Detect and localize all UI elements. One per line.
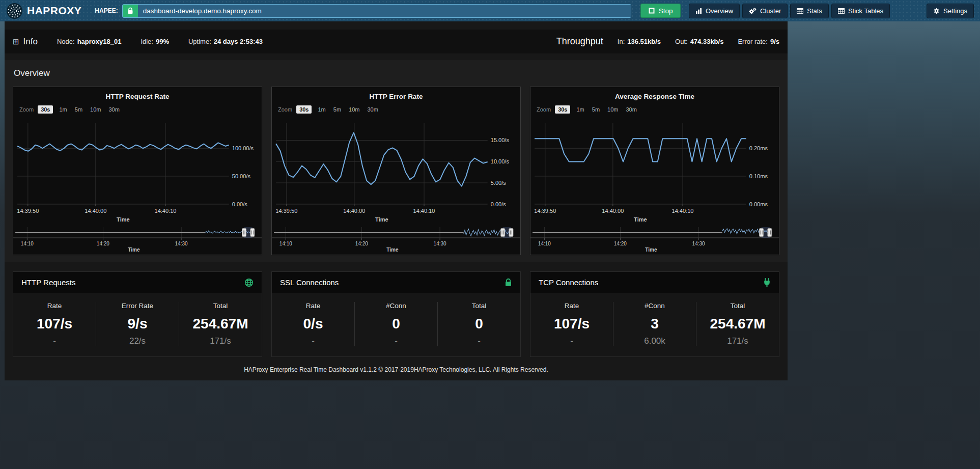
- nav-cluster-button[interactable]: Cluster: [742, 4, 788, 18]
- stat-label: #Conn: [613, 302, 696, 310]
- address-bar: [122, 4, 631, 18]
- zoom-option-10m[interactable]: 10m: [347, 105, 361, 114]
- svg-text:0.00/s: 0.00/s: [491, 201, 507, 207]
- navigator-handle[interactable]: [768, 228, 772, 236]
- card-header: TCP Connections: [530, 272, 779, 293]
- chart-navigator[interactable]: 14:1014:2014:30Time: [530, 226, 779, 252]
- main-chart: 15.00/s10.00/s5.00/s0.00/s14:39:5014:40:…: [272, 116, 520, 225]
- svg-text:14:39:50: 14:39:50: [534, 208, 556, 214]
- zoom-option-1m[interactable]: 1m: [575, 105, 585, 114]
- stat-label: Total: [696, 302, 779, 310]
- content-wrapper: ⊞ Info Node:haproxy18_01 Idle:99% Uptime…: [5, 21, 788, 380]
- chart-panel-http-error-rate: HTTP Error Rate Zoom 30s1m5m10m30m 15.00…: [271, 87, 521, 255]
- stat-column: Total254.67M171/s: [696, 302, 779, 346]
- settings-button[interactable]: Settings: [927, 4, 974, 18]
- svg-text:14:40:10: 14:40:10: [413, 208, 435, 214]
- nav-overview-button[interactable]: Overview: [689, 4, 740, 18]
- chart-navigator[interactable]: 14:1014:2014:30Time: [272, 226, 520, 252]
- gear-icon: [933, 8, 940, 14]
- zoom-option-30s[interactable]: 30s: [38, 105, 53, 114]
- info-label: Info: [23, 37, 38, 47]
- chart-navigator[interactable]: 14:1014:2014:30Time: [13, 226, 262, 252]
- stop-icon: [649, 8, 655, 14]
- info-toggle[interactable]: ⊞ Info: [13, 37, 38, 47]
- stat-value: 107/s: [13, 316, 96, 332]
- throughput-title: Throughput: [556, 36, 603, 47]
- stat-column: Total0-: [437, 302, 520, 346]
- zoom-option-30s[interactable]: 30s: [296, 105, 312, 114]
- plug-icon: [763, 278, 771, 287]
- zoom-option-5m[interactable]: 5m: [332, 105, 343, 114]
- table-icon: [797, 8, 803, 14]
- stat-label: Total: [438, 302, 520, 310]
- zoom-options: 30s1m5m10m30m: [555, 105, 638, 114]
- stop-label: Stop: [659, 7, 673, 15]
- navigator-handle[interactable]: [250, 228, 255, 236]
- zoom-options: 30s1m5m10m30m: [296, 105, 380, 114]
- top-nav: Overview: [689, 4, 890, 18]
- zoom-label: Zoom: [537, 106, 551, 113]
- chart-title: HTTP Error Rate: [272, 93, 520, 100]
- svg-text:Time: Time: [375, 216, 388, 223]
- card-columns: Rate107/s-Error Rate9/s22/sTotal254.67M1…: [13, 293, 262, 356]
- svg-text:14:20: 14:20: [614, 241, 627, 246]
- error-rate-info: Error rate:9/s: [738, 38, 779, 45]
- zoom-option-1m[interactable]: 1m: [58, 105, 68, 114]
- card-tcp-connections: TCP Connections Rate107/s-#Conn36.00kTot…: [530, 271, 779, 357]
- svg-text:Time: Time: [645, 247, 657, 252]
- zoom-option-5m[interactable]: 5m: [73, 105, 84, 114]
- throughput-group: Throughput In:136.51kb/s Out:474.33kb/s …: [556, 36, 779, 47]
- svg-text:Time: Time: [386, 247, 399, 252]
- url-input[interactable]: [138, 5, 631, 17]
- nav-stats-button[interactable]: Stats: [790, 4, 829, 18]
- stat-value: 3: [613, 316, 696, 332]
- stat-label: Total: [179, 302, 262, 310]
- zoom-option-30m[interactable]: 30m: [366, 105, 379, 114]
- svg-text:14:39:50: 14:39:50: [17, 208, 39, 214]
- section-title: Overview: [14, 68, 779, 78]
- chart-title: Average Response Time: [530, 93, 779, 100]
- stat-subvalue: -: [272, 336, 354, 346]
- footer-text: HAProxy Enterprise Real Time Dashboard v…: [5, 366, 788, 373]
- svg-text:Time: Time: [117, 216, 130, 223]
- navigator-handle[interactable]: [509, 228, 513, 236]
- zoom-option-1m[interactable]: 1m: [316, 105, 327, 114]
- stat-value: 254.67M: [179, 316, 262, 332]
- zoom-option-10m[interactable]: 10m: [89, 105, 102, 114]
- nav-label: Overview: [706, 7, 733, 15]
- card-header: SSL Connections: [272, 272, 520, 293]
- nav-stick-tables-button[interactable]: Stick Tables: [831, 4, 890, 18]
- stat-label: Rate: [530, 302, 613, 310]
- svg-text:Time: Time: [634, 216, 647, 223]
- stat-value: 107/s: [530, 316, 613, 332]
- zoom-option-10m[interactable]: 10m: [606, 105, 620, 114]
- navigator-handle[interactable]: [760, 228, 764, 236]
- svg-text:14:40:10: 14:40:10: [155, 208, 177, 214]
- card-http-requests: HTTP Requests Rate107/s-Error Rate9/s22/…: [13, 271, 262, 357]
- stop-button[interactable]: Stop: [640, 4, 681, 18]
- cards-row: HTTP Requests Rate107/s-Error Rate9/s22/…: [5, 271, 788, 357]
- throughput-in: In:136.51kb/s: [618, 38, 661, 45]
- zoom-option-5m[interactable]: 5m: [591, 105, 601, 114]
- svg-text:14:10: 14:10: [538, 241, 551, 246]
- card-header: HTTP Requests: [13, 272, 262, 293]
- stat-column: Rate0/s-: [272, 302, 354, 346]
- top-bar: HAPROXY HAPEE: Stop: [0, 0, 980, 21]
- svg-text:14:30: 14:30: [692, 241, 705, 246]
- navigator-handle[interactable]: [501, 228, 505, 236]
- stat-value: 0/s: [272, 316, 354, 332]
- svg-text:100.00/s: 100.00/s: [232, 145, 254, 151]
- nav-label: Stats: [807, 7, 822, 15]
- nav-label: Stick Tables: [848, 7, 883, 15]
- svg-text:10.00/s: 10.00/s: [491, 158, 510, 164]
- zoom-option-30s[interactable]: 30s: [555, 105, 570, 114]
- zoom-options: 30s1m5m10m30m: [38, 105, 121, 114]
- zoom-controls: Zoom 30s1m5m10m30m: [278, 104, 520, 114]
- zoom-controls: Zoom 30s1m5m10m30m: [537, 104, 779, 114]
- svg-text:0.20ms: 0.20ms: [749, 145, 768, 151]
- zoom-option-30m[interactable]: 30m: [107, 105, 121, 114]
- stat-column: Error Rate9/s22/s: [96, 302, 179, 346]
- idle-info: Idle:99%: [141, 38, 169, 45]
- navigator-handle[interactable]: [242, 228, 246, 236]
- zoom-option-30m[interactable]: 30m: [624, 105, 638, 114]
